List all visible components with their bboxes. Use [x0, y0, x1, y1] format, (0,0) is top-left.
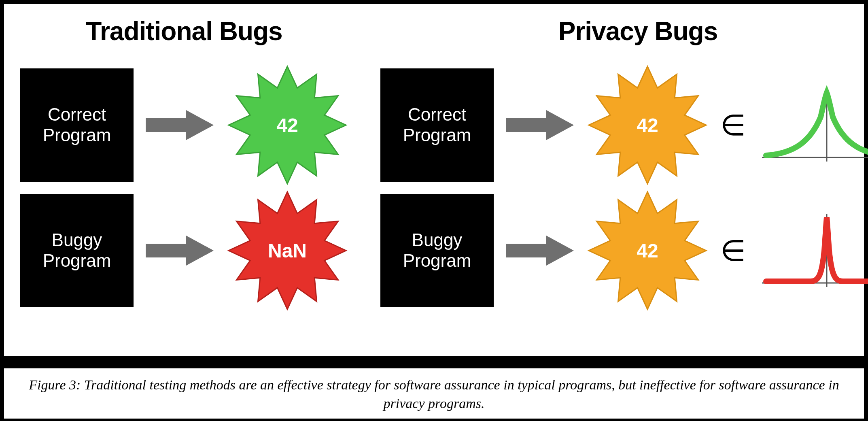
box-correct-program-right: CorrectProgram	[380, 68, 494, 182]
diagram-panel: Traditional Bugs CorrectProgram	[4, 4, 864, 356]
row-traditional-correct: CorrectProgram 42	[20, 62, 348, 188]
burst-value: 42	[637, 114, 658, 136]
row-traditional-buggy: BuggyProgram NaN	[20, 188, 348, 313]
title-traditional: Traditional Bugs	[20, 16, 348, 46]
box-label: CorrectProgram	[399, 104, 475, 145]
title-privacy: Privacy Bugs	[380, 16, 868, 46]
row-privacy-correct: CorrectProgram 42 ∈	[380, 62, 868, 188]
arrow-icon	[506, 107, 575, 143]
burst-value: 42	[276, 114, 298, 136]
arrow-icon	[146, 107, 214, 143]
svg-marker-0	[146, 110, 214, 140]
box-label: CorrectProgram	[39, 104, 115, 145]
svg-marker-4	[506, 110, 574, 140]
column-traditional: Traditional Bugs CorrectProgram	[4, 4, 364, 356]
caption-separator	[4, 356, 864, 368]
element-of-symbol: ∈	[720, 108, 746, 142]
output-burst-buggy-right: 42	[587, 190, 708, 311]
box-buggy-program-left: BuggyProgram	[20, 194, 134, 307]
output-burst-correct-left: 42	[227, 64, 348, 186]
svg-marker-8	[506, 236, 574, 266]
distribution-wide	[758, 81, 868, 170]
box-label: BuggyProgram	[39, 230, 115, 271]
figure-caption: Figure 3: Traditional testing methods ar…	[4, 368, 864, 419]
burst-value: 42	[637, 240, 658, 262]
distribution-narrow	[758, 206, 868, 295]
burst-value: NaN	[268, 240, 307, 262]
output-burst-buggy-left: NaN	[227, 190, 348, 311]
element-of-symbol: ∈	[720, 234, 746, 268]
svg-marker-2	[146, 236, 214, 266]
figure-frame: Traditional Bugs CorrectProgram	[0, 0, 868, 421]
output-burst-correct-right: 42	[587, 64, 708, 186]
arrow-icon	[146, 232, 214, 269]
column-privacy: Privacy Bugs CorrectProgram 4	[364, 4, 868, 356]
row-privacy-buggy: BuggyProgram 42 ∈	[380, 188, 868, 313]
arrow-icon	[506, 232, 575, 269]
box-buggy-program-right: BuggyProgram	[380, 194, 494, 307]
box-correct-program-left: CorrectProgram	[20, 68, 134, 182]
box-label: BuggyProgram	[399, 230, 475, 271]
